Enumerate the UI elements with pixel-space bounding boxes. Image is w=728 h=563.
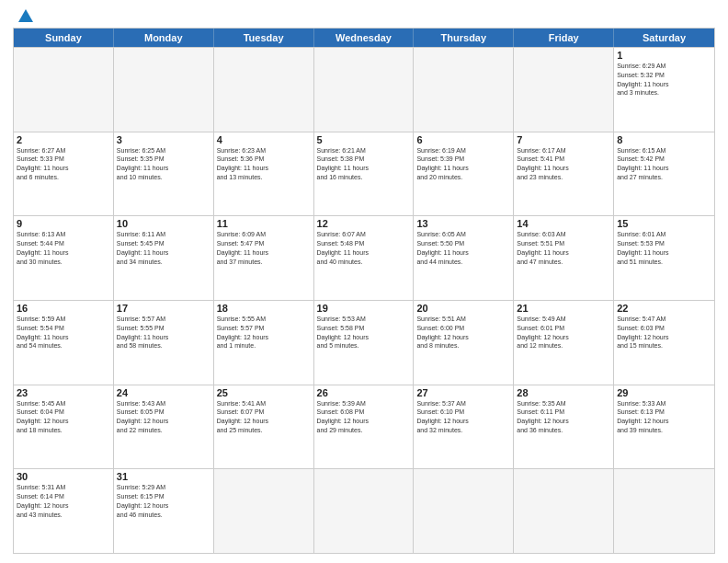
calendar-cell: 24Sunrise: 5:43 AM Sunset: 6:05 PM Dayli… (114, 385, 214, 469)
day-number: 5 (317, 134, 411, 145)
cell-info: Sunrise: 5:59 AM Sunset: 5:54 PM Dayligh… (17, 315, 110, 350)
calendar-cell (514, 48, 614, 132)
cell-info: Sunrise: 6:15 AM Sunset: 5:42 PM Dayligh… (617, 146, 711, 182)
calendar-cell: 31Sunrise: 5:29 AM Sunset: 6:15 PM Dayli… (114, 469, 214, 553)
cell-info: Sunrise: 6:07 AM Sunset: 5:48 PM Dayligh… (317, 230, 411, 266)
calendar-cell: 21Sunrise: 5:49 AM Sunset: 6:01 PM Dayli… (514, 301, 614, 385)
calendar-cell: 22Sunrise: 5:47 AM Sunset: 6:03 PM Dayli… (614, 301, 714, 385)
day-number: 19 (317, 303, 411, 314)
cell-info: Sunrise: 6:03 AM Sunset: 5:51 PM Dayligh… (517, 230, 610, 266)
day-number: 7 (517, 134, 610, 145)
cell-info: Sunrise: 5:47 AM Sunset: 6:03 PM Dayligh… (617, 315, 711, 350)
cell-info: Sunrise: 6:25 AM Sunset: 5:35 PM Dayligh… (117, 146, 210, 182)
calendar-row: 16Sunrise: 5:59 AM Sunset: 5:54 PM Dayli… (14, 300, 714, 385)
cell-info: Sunrise: 6:27 AM Sunset: 5:33 PM Dayligh… (17, 146, 110, 182)
weekday-header: Tuesday (214, 29, 314, 47)
cell-info: Sunrise: 5:39 AM Sunset: 6:08 PM Dayligh… (317, 399, 411, 435)
day-number: 3 (117, 134, 210, 145)
calendar-cell: 2Sunrise: 6:27 AM Sunset: 5:33 PM Daylig… (14, 132, 114, 216)
calendar-cell: 16Sunrise: 5:59 AM Sunset: 5:54 PM Dayli… (14, 301, 114, 385)
day-number: 15 (617, 218, 711, 229)
cell-info: Sunrise: 6:13 AM Sunset: 5:44 PM Dayligh… (17, 230, 110, 266)
cell-info: Sunrise: 5:29 AM Sunset: 6:15 PM Dayligh… (117, 483, 210, 519)
weekday-header: Wednesday (314, 29, 415, 47)
cell-info: Sunrise: 6:29 AM Sunset: 5:32 PM Dayligh… (617, 62, 711, 98)
calendar-cell: 26Sunrise: 5:39 AM Sunset: 6:08 PM Dayli… (314, 385, 415, 469)
day-number: 4 (217, 134, 311, 145)
cell-info: Sunrise: 5:33 AM Sunset: 6:13 PM Dayligh… (617, 399, 711, 435)
cell-info: Sunrise: 5:49 AM Sunset: 6:01 PM Dayligh… (517, 315, 610, 350)
cell-info: Sunrise: 6:09 AM Sunset: 5:47 PM Dayligh… (217, 230, 311, 266)
calendar-row: 2Sunrise: 6:27 AM Sunset: 5:33 PM Daylig… (14, 132, 714, 216)
cell-info: Sunrise: 5:43 AM Sunset: 6:05 PM Dayligh… (117, 399, 210, 435)
cell-info: Sunrise: 5:51 AM Sunset: 6:00 PM Dayligh… (416, 315, 510, 350)
day-number: 9 (17, 218, 110, 229)
day-number: 12 (317, 218, 411, 229)
day-number: 26 (317, 387, 411, 398)
day-number: 2 (17, 134, 110, 145)
calendar-cell (514, 469, 614, 553)
cell-info: Sunrise: 5:57 AM Sunset: 5:55 PM Dayligh… (117, 315, 210, 350)
calendar-cell: 4Sunrise: 6:23 AM Sunset: 5:36 PM Daylig… (214, 132, 314, 216)
day-number: 28 (517, 387, 610, 398)
calendar-cell (614, 469, 714, 553)
calendar-cell: 15Sunrise: 6:01 AM Sunset: 5:53 PM Dayli… (614, 216, 714, 300)
weekday-header: Friday (514, 29, 614, 47)
logo-triangle-icon (18, 9, 33, 22)
day-number: 10 (117, 218, 210, 229)
calendar-cell: 28Sunrise: 5:35 AM Sunset: 6:11 PM Dayli… (514, 385, 614, 469)
cell-info: Sunrise: 6:17 AM Sunset: 5:41 PM Dayligh… (517, 146, 610, 182)
day-number: 17 (117, 303, 210, 314)
calendar-cell: 29Sunrise: 5:33 AM Sunset: 6:13 PM Dayli… (614, 385, 714, 469)
calendar-cell: 7Sunrise: 6:17 AM Sunset: 5:41 PM Daylig… (514, 132, 614, 216)
calendar-cell: 13Sunrise: 6:05 AM Sunset: 5:50 PM Dayli… (414, 216, 514, 300)
day-number: 16 (17, 303, 110, 314)
calendar-cell: 19Sunrise: 5:53 AM Sunset: 5:58 PM Dayli… (314, 301, 415, 385)
calendar-cell: 10Sunrise: 6:11 AM Sunset: 5:45 PM Dayli… (114, 216, 214, 300)
weekday-header: Thursday (414, 29, 514, 47)
day-number: 18 (217, 303, 311, 314)
day-number: 27 (416, 387, 510, 398)
day-number: 23 (17, 387, 110, 398)
day-number: 24 (117, 387, 210, 398)
calendar-cell: 6Sunrise: 6:19 AM Sunset: 5:39 PM Daylig… (414, 132, 514, 216)
calendar-cell: 23Sunrise: 5:45 AM Sunset: 6:04 PM Dayli… (14, 385, 114, 469)
calendar-row: 9Sunrise: 6:13 AM Sunset: 5:44 PM Daylig… (14, 215, 714, 300)
calendar-cell: 3Sunrise: 6:25 AM Sunset: 5:35 PM Daylig… (114, 132, 214, 216)
day-number: 21 (517, 303, 610, 314)
cell-info: Sunrise: 5:53 AM Sunset: 5:58 PM Dayligh… (317, 315, 411, 350)
weekday-header: Monday (114, 29, 214, 47)
calendar-cell (214, 469, 314, 553)
cell-info: Sunrise: 5:41 AM Sunset: 6:07 PM Dayligh… (217, 399, 311, 435)
weekday-header: Saturday (614, 29, 714, 47)
cell-info: Sunrise: 5:55 AM Sunset: 5:57 PM Dayligh… (217, 315, 311, 350)
calendar-row: 23Sunrise: 5:45 AM Sunset: 6:04 PM Dayli… (14, 385, 714, 469)
cell-info: Sunrise: 6:11 AM Sunset: 5:45 PM Dayligh… (117, 230, 210, 266)
day-number: 29 (617, 387, 711, 398)
calendar-cell: 27Sunrise: 5:37 AM Sunset: 6:10 PM Dayli… (414, 385, 514, 469)
calendar-body: 1Sunrise: 6:29 AM Sunset: 5:32 PM Daylig… (14, 47, 714, 553)
day-number: 1 (617, 50, 711, 61)
cell-info: Sunrise: 6:01 AM Sunset: 5:53 PM Dayligh… (617, 230, 711, 266)
day-number: 14 (517, 218, 610, 229)
calendar-cell (314, 469, 415, 553)
calendar-row: 1Sunrise: 6:29 AM Sunset: 5:32 PM Daylig… (14, 47, 714, 132)
calendar: SundayMondayTuesdayWednesdayThursdayFrid… (13, 28, 715, 554)
cell-info: Sunrise: 5:35 AM Sunset: 6:11 PM Dayligh… (517, 399, 610, 435)
day-number: 20 (416, 303, 510, 314)
calendar-cell: 20Sunrise: 5:51 AM Sunset: 6:00 PM Dayli… (414, 301, 514, 385)
calendar-cell: 1Sunrise: 6:29 AM Sunset: 5:32 PM Daylig… (614, 48, 714, 132)
day-number: 30 (17, 471, 110, 482)
calendar-cell: 25Sunrise: 5:41 AM Sunset: 6:07 PM Dayli… (214, 385, 314, 469)
calendar-cell: 8Sunrise: 6:15 AM Sunset: 5:42 PM Daylig… (614, 132, 714, 216)
calendar-cell (214, 48, 314, 132)
calendar-cell (14, 48, 114, 132)
day-number: 31 (117, 471, 210, 482)
cell-info: Sunrise: 6:05 AM Sunset: 5:50 PM Dayligh… (416, 230, 510, 266)
cell-info: Sunrise: 6:23 AM Sunset: 5:36 PM Dayligh… (217, 146, 311, 182)
calendar-cell: 17Sunrise: 5:57 AM Sunset: 5:55 PM Dayli… (114, 301, 214, 385)
day-number: 8 (617, 134, 711, 145)
logo (13, 11, 33, 22)
calendar-cell: 12Sunrise: 6:07 AM Sunset: 5:48 PM Dayli… (314, 216, 415, 300)
cell-info: Sunrise: 5:37 AM Sunset: 6:10 PM Dayligh… (416, 399, 510, 435)
